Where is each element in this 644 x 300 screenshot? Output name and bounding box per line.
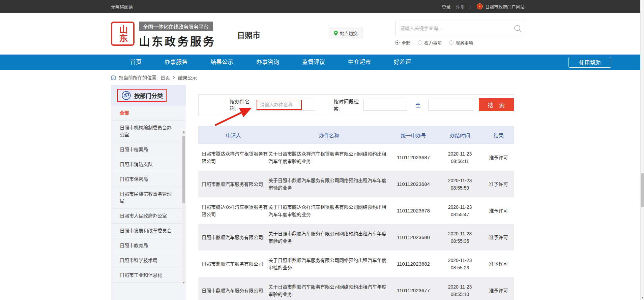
finish-clock: 08:55:23 — [437, 264, 483, 271]
keyword-search-box — [395, 21, 526, 35]
table-row: 日照市鼎顺汽车服务有限公司关于日照市鼎顺汽车服务有限公司网络预约出租汽车年度审验… — [198, 277, 514, 300]
login-link[interactable]: 登录 — [442, 3, 451, 10]
cell-finish-time: 2020-11-2308:55:23 — [437, 251, 483, 277]
location-pin-icon — [334, 31, 338, 36]
time-filter-label: 按时间段检索: — [333, 98, 359, 112]
accessibility-link[interactable]: 无障碍阅读 — [111, 3, 133, 10]
sidebar-item[interactable]: 日照市机构编制委员会办公室 — [111, 121, 186, 142]
cell-applicant: 日照市腾达众祥汽车租赁服务有限公司 — [198, 144, 268, 171]
finish-date: 2020-11-23 — [437, 257, 483, 264]
finish-clock: 08:56:11 — [437, 158, 483, 165]
scope-radio[interactable]: 权力事项 — [418, 39, 442, 46]
date-from-input[interactable] — [363, 99, 407, 111]
scroll-up-icon[interactable]: ▲ — [182, 130, 185, 134]
sidebar-item[interactable]: 日照市民族宗教事务管理局 — [111, 187, 186, 209]
nav-item[interactable]: 结果公示 — [199, 55, 245, 70]
site-header: 山东 全国一体化在线政务服务平台 山东政务服务 日照市 站点切换 全部权力事项服… — [0, 13, 644, 55]
sidebar-scroll-thumb[interactable] — [182, 136, 185, 203]
sidebar-item[interactable]: 日照市保密局 — [111, 172, 186, 187]
sidebar-item[interactable]: 日照市消防支队 — [111, 157, 186, 172]
cell-result: 准予许可 — [483, 224, 514, 251]
page-scrollbar[interactable]: ▼ — [640, 0, 644, 300]
sidebar-item[interactable]: 日照市发展和改革委员会 — [111, 224, 186, 238]
sidebar-item[interactable]: 日照市科学技术局 — [111, 253, 186, 268]
site-switch-button[interactable]: 站点切换 — [329, 28, 362, 38]
scope-radio[interactable]: 全部 — [395, 39, 410, 46]
scope-radio[interactable]: 服务事项 — [449, 39, 473, 46]
cell-serial: 110112023677 — [390, 277, 437, 300]
column-header: 办结时间 — [437, 126, 483, 144]
sidebar-item[interactable]: 日照市人民政府办公室 — [111, 209, 186, 224]
cell-finish-time: 2020-11-2308:55:35 — [437, 224, 483, 251]
page-scroll-thumb[interactable] — [641, 173, 644, 207]
cell-finish-time: 2020-11-2308:55:47 — [437, 197, 483, 224]
brand-title: 山东政务服务 — [139, 33, 216, 49]
cell-case-name: 关于日照市腾达众祥汽车租赁服务有限公司网络预约出租汽车年度审验的业务 — [268, 144, 390, 171]
main-nav-items: 首页办事服务结果公示办事咨询监督评议中介超市好差评 — [119, 55, 422, 70]
cell-applicant: 日照市鼎顺汽车服务有限公司 — [198, 277, 268, 300]
cell-applicant: 日照市腾达众祥汽车租赁服务有限公司 — [198, 197, 268, 224]
scope-label: 全部 — [402, 39, 410, 46]
search-icon[interactable] — [514, 24, 522, 33]
cell-serial: 110112023684 — [390, 171, 437, 197]
date-to-input[interactable] — [428, 99, 474, 111]
nav-item[interactable]: 好差评 — [382, 55, 422, 70]
register-link[interactable]: 注册 — [456, 3, 465, 10]
radio-icon — [395, 40, 400, 45]
cell-result: 准予许可 — [483, 277, 514, 300]
cell-serial: 110112023680 — [390, 224, 437, 251]
finish-date: 2020-11-23 — [437, 203, 483, 211]
name-filter-label: 按办件名称: — [230, 98, 251, 112]
cell-serial: 110112023682 — [390, 251, 437, 277]
filter-bar: 按办件名称: 按时间段检索: 至 搜 索 — [198, 94, 514, 115]
column-header: 申请人 — [198, 126, 268, 144]
portal-link[interactable]: ★ 日照市政府门户网站 — [477, 3, 525, 10]
page-scroll-down-icon[interactable]: ▼ — [641, 296, 644, 300]
main-navbar: 首页办事服务结果公示办事咨询监督评议中介超市好差评 使用帮助 — [0, 55, 644, 70]
cell-serial: 110112023678 — [390, 197, 437, 224]
cell-applicant: 日照市鼎顺汽车服务有限公司 — [198, 224, 268, 251]
sidebar-header: 按部门分类 — [111, 85, 186, 106]
sidebar-item[interactable]: 全部 — [111, 106, 186, 121]
keyword-search-input[interactable] — [396, 21, 526, 35]
table-header-row: 申请人办件名称统一申办号办结时间结果 — [198, 126, 514, 144]
finish-date: 2020-11-23 — [437, 177, 483, 184]
table-row: 日照市腾达众祥汽车租赁服务有限公司关于日照市腾达众祥汽车租赁服务有限公司网络预约… — [198, 144, 514, 171]
cell-finish-time: 2020-11-2308:56:11 — [437, 144, 483, 171]
finish-clock: 08:55:59 — [437, 184, 483, 192]
finish-date: 2020-11-23 — [437, 230, 483, 237]
sidebar-title: 按部门分类 — [134, 91, 163, 100]
department-list: 全部日照市机构编制委员会办公室日照市档案局日照市消防支队日照市保密局日照市民族宗… — [111, 106, 186, 283]
sidebar-item[interactable]: 日照市工业和信息化 — [111, 268, 186, 283]
nav-item[interactable]: 办事服务 — [153, 55, 199, 70]
breadcrumb-current: 结果公示 — [178, 74, 197, 81]
breadcrumb-home[interactable]: 首页 — [160, 74, 170, 81]
column-header: 办件名称 — [268, 126, 390, 144]
sidebar-item[interactable]: 日照市教育局 — [111, 238, 186, 253]
scope-label: 权力事项 — [424, 39, 442, 46]
cell-result: 准予许可 — [483, 171, 514, 197]
national-emblem-icon: ★ — [477, 3, 483, 9]
table-row: 日照市腾达众祥汽车租赁服务有限公司关于日照市腾达众祥汽车租赁服务有限公司网络预约… — [198, 197, 514, 224]
nav-item[interactable]: 监督评议 — [291, 55, 336, 70]
top-utility-bar: 无障碍阅读 登录 注册 | ★ 日照市政府门户网站 — [0, 0, 644, 13]
cell-case-name: 关于日照市鼎顺汽车服务有限公司网络预约出租汽车年度审验的业务 — [268, 171, 390, 197]
help-button[interactable]: 使用帮助 — [568, 57, 611, 68]
radio-icon — [449, 40, 453, 45]
nav-item[interactable]: 中介超市 — [336, 55, 382, 70]
sidebar-item[interactable]: 日照市档案局 — [111, 142, 186, 157]
scroll-down-icon[interactable]: ▼ — [182, 281, 185, 285]
shandong-seal-icon: 山东 — [111, 22, 135, 46]
breadcrumb: 您当前所在的位置: 首页 > 结果公示 — [111, 70, 644, 85]
sidebar-scrollbar[interactable]: ▲ ▼ — [182, 131, 185, 284]
table-body: 日照市腾达众祥汽车租赁服务有限公司关于日照市腾达众祥汽车租赁服务有限公司网络预约… — [198, 144, 514, 300]
case-name-input[interactable] — [256, 99, 315, 111]
finish-clock: 08:55:35 — [437, 237, 483, 245]
home-icon — [111, 75, 116, 80]
results-table: 申请人办件名称统一申办号办结时间结果 日照市腾达众祥汽车租赁服务有限公司关于日照… — [198, 126, 514, 300]
search-button[interactable]: 搜 索 — [479, 98, 514, 111]
nav-item[interactable]: 首页 — [119, 55, 153, 70]
nav-item[interactable]: 办事咨询 — [245, 55, 291, 70]
table-row: 日照市鼎顺汽车服务有限公司关于日照市鼎顺汽车服务有限公司网络预约出租汽车年度审验… — [198, 171, 514, 197]
column-header: 统一申办号 — [390, 126, 437, 144]
